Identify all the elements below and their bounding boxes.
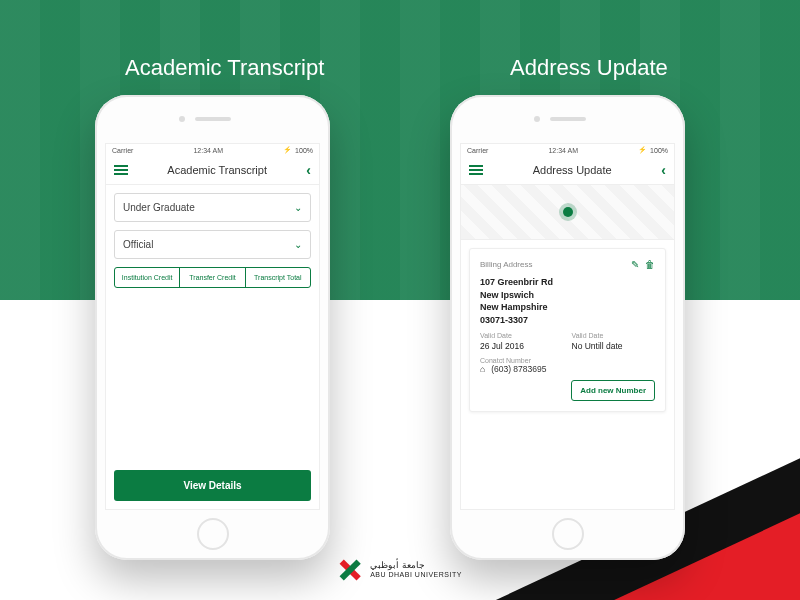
nav-bar: Address Update ‹ [461,156,674,185]
addr-line: 107 Greenbrir Rd [480,276,655,289]
level-select[interactable]: Under Graduate ⌄ [114,193,311,222]
seg-institution[interactable]: Institution Credit [115,268,179,287]
logo-text-ar: جامعة أبوظبي [370,560,462,571]
status-bar: Carrier 12:34 AM ⚡ 100% [106,144,319,156]
chevron-down-icon: ⌄ [294,239,302,250]
level-select-value: Under Graduate [123,202,195,213]
phone-camera [534,116,540,122]
back-icon[interactable]: ‹ [306,162,311,178]
phone-camera [179,116,185,122]
segmented-control: Institution Credit Transfer Credit Trans… [114,267,311,288]
status-time: 12:34 AM [193,147,223,154]
university-logo: جامعة أبوظبي ABU DHABI UNIVERSITY [338,558,462,582]
addr-line: New Ipswich [480,289,655,302]
menu-icon[interactable] [114,165,128,175]
bluetooth-icon: ⚡ [638,146,647,154]
nav-bar: Academic Transcript ‹ [106,156,319,185]
bluetooth-icon: ⚡ [283,146,292,154]
battery-label: 100% [295,147,313,154]
address-card: Billing Address ✎ 🗑 107 Greenbrir Rd New… [469,248,666,412]
phone-home-button [552,518,584,550]
section-title-address: Address Update [510,55,668,81]
map-preview[interactable] [461,185,674,240]
nav-title: Address Update [533,164,612,176]
card-title: Billing Address [480,260,625,269]
valid-to-value: No Untill date [572,341,656,351]
type-select-value: Official [123,239,153,250]
battery-label: 100% [650,147,668,154]
seg-total[interactable]: Transcript Total [245,268,310,287]
valid-from-value: 26 Jul 2016 [480,341,564,351]
menu-icon[interactable] [469,165,483,175]
home-icon: ⌂ [480,364,485,374]
edit-icon[interactable]: ✎ [631,259,639,270]
status-time: 12:34 AM [548,147,578,154]
valid-to-label: Valid Date [572,332,656,339]
phone-home-button [197,518,229,550]
screen-transcript: Carrier 12:34 AM ⚡ 100% Academic Transcr… [105,143,320,510]
status-carrier: Carrier [467,147,488,154]
screen-address: Carrier 12:34 AM ⚡ 100% Address Update ‹… [460,143,675,510]
chevron-down-icon: ⌄ [294,202,302,213]
back-icon[interactable]: ‹ [661,162,666,178]
phone-speaker [550,117,586,121]
addr-line: 03071-3307 [480,314,655,327]
phone-number: (603) 8783695 [491,364,546,374]
valid-from-label: Valid Date [480,332,564,339]
map-pin-icon [563,207,573,217]
nav-title: Academic Transcript [167,164,267,176]
logo-text-en: ABU DHABI UNIVERSITY [370,571,462,579]
addr-line: New Hampshire [480,301,655,314]
add-number-button[interactable]: Add new Number [571,380,655,401]
status-bar: Carrier 12:34 AM ⚡ 100% [461,144,674,156]
view-details-button[interactable]: View Details [114,470,311,501]
section-title-transcript: Academic Transcript [125,55,324,81]
seg-transfer[interactable]: Transfer Credit [179,268,244,287]
status-carrier: Carrier [112,147,133,154]
phone-speaker [195,117,231,121]
phone-mockup-transcript: Carrier 12:34 AM ⚡ 100% Academic Transcr… [95,95,330,560]
type-select[interactable]: Official ⌄ [114,230,311,259]
address-block: 107 Greenbrir Rd New Ipswich New Hampshi… [480,276,655,326]
phone-mockup-address: Carrier 12:34 AM ⚡ 100% Address Update ‹… [450,95,685,560]
contact-label: Conatct Number [480,357,655,364]
delete-icon[interactable]: 🗑 [645,259,655,270]
logo-mark-icon [338,558,362,582]
